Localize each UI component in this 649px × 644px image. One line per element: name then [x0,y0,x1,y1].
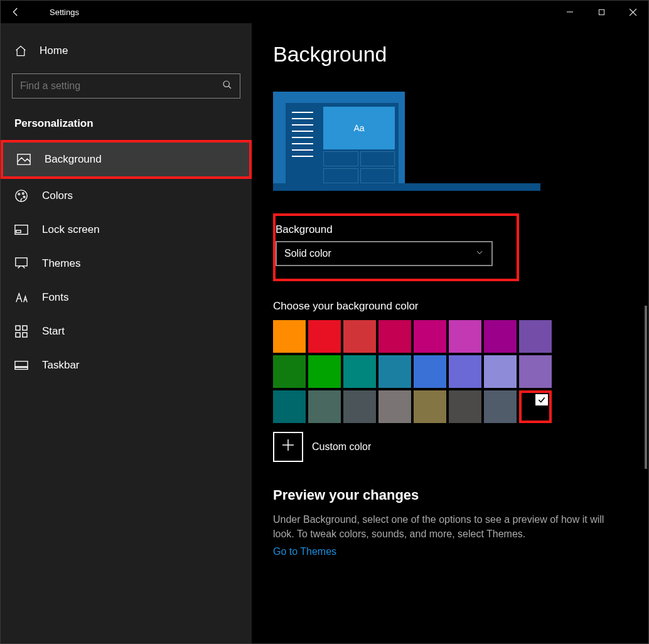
color-swatch[interactable] [308,355,341,388]
color-swatch[interactable] [378,320,411,353]
color-swatch[interactable] [484,390,517,423]
taskbar-icon [14,358,28,372]
background-dropdown-section: Background Solid color [273,213,519,281]
sidebar-item-label: Lock screen [42,223,100,236]
svg-point-1 [223,81,229,87]
color-swatch[interactable] [273,390,306,423]
content-area: Background Aa [252,23,648,643]
svg-rect-0 [599,9,604,14]
color-swatch[interactable] [273,320,306,353]
titlebar: Settings [1,1,648,23]
color-swatch[interactable] [308,390,341,423]
fonts-icon [14,291,28,304]
svg-rect-11 [23,326,27,330]
color-swatch[interactable] [519,355,552,388]
sidebar-item-label: Themes [42,257,80,270]
home-label: Home [40,45,68,57]
sidebar-item-label: Background [45,153,102,166]
sidebar-item-start[interactable]: Start [1,314,252,348]
scrollbar[interactable] [645,306,647,469]
svg-rect-14 [15,362,28,370]
dropdown-value: Solid color [284,248,331,259]
home-nav[interactable]: Home [1,36,252,66]
close-button[interactable] [617,1,648,23]
plus-icon [281,437,296,457]
app-title: Settings [31,8,79,17]
choose-color-label: Choose your background color [273,300,627,313]
home-icon [14,45,27,57]
maximize-button[interactable] [586,1,617,23]
color-swatch[interactable] [273,355,306,388]
color-swatch[interactable] [484,320,517,353]
color-swatch[interactable] [519,390,552,423]
check-icon [535,394,548,405]
custom-color-label: Custom color [312,441,371,453]
sidebar-item-label: Fonts [42,291,69,304]
sidebar-item-fonts[interactable]: Fonts [1,281,252,314]
color-swatch[interactable] [449,390,481,423]
section-title: Personalization [1,111,252,140]
svg-rect-12 [16,333,20,337]
sidebar: Home Personalization Background [1,23,252,643]
svg-point-3 [16,190,27,201]
svg-rect-9 [16,258,27,266]
minimize-button[interactable] [554,1,586,23]
background-field-label: Background [276,223,517,236]
color-swatch[interactable] [343,320,376,353]
sidebar-item-label: Taskbar [42,359,80,372]
desktop-preview: Aa [273,92,540,191]
go-to-themes-link[interactable]: Go to Themes [273,546,336,557]
svg-rect-13 [23,333,27,337]
preview-changes-heading: Preview your changes [273,487,627,503]
sidebar-item-background[interactable]: Background [1,140,252,179]
color-swatch[interactable] [484,355,517,388]
brush-icon [14,257,28,271]
start-icon [14,325,28,338]
search-icon [222,80,232,92]
picture-icon [17,153,31,166]
background-dropdown[interactable]: Solid color [276,241,493,266]
sidebar-item-taskbar[interactable]: Taskbar [1,348,252,382]
lockscreen-icon [14,223,28,237]
color-swatch[interactable] [449,320,481,353]
svg-point-6 [23,196,25,198]
sidebar-item-lockscreen[interactable]: Lock screen [1,213,252,247]
color-swatch[interactable] [308,320,341,353]
svg-rect-8 [16,230,21,233]
back-button[interactable] [1,1,31,23]
color-swatch[interactable] [449,355,481,388]
preview-sample-text: Aa [323,107,395,149]
custom-color-button[interactable] [273,432,303,462]
svg-point-5 [22,193,24,195]
page-title: Background [273,42,627,67]
sidebar-item-themes[interactable]: Themes [1,247,252,281]
color-swatch[interactable] [378,390,411,423]
preview-changes-text: Under Background, select one of the opti… [273,512,627,541]
search-input[interactable] [20,80,222,92]
svg-rect-10 [16,326,20,330]
sidebar-item-label: Colors [42,190,73,202]
color-swatch[interactable] [378,355,411,388]
search-box[interactable] [12,73,240,99]
color-swatch[interactable] [414,320,446,353]
color-grid [273,320,627,423]
color-swatch[interactable] [414,390,446,423]
sidebar-item-colors[interactable]: Colors [1,179,252,213]
color-swatch[interactable] [343,355,376,388]
color-swatch[interactable] [343,390,376,423]
palette-icon [14,189,28,203]
color-swatch[interactable] [519,320,552,353]
sidebar-item-label: Start [42,325,65,338]
color-swatch[interactable] [414,355,446,388]
chevron-down-icon [475,248,484,259]
svg-point-4 [18,193,20,195]
